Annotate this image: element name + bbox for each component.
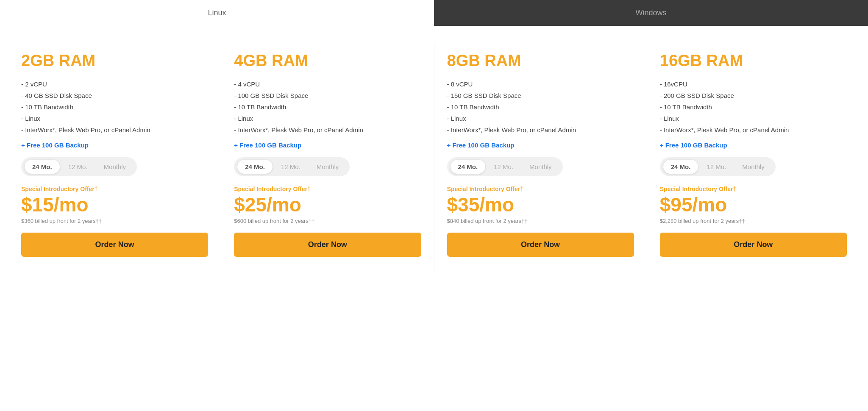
plan-2gb-price: $15/mo	[21, 193, 208, 216]
plan-16gb-backup: + Free 100 GB Backup	[660, 142, 847, 149]
plan-4gb: 4GB RAM- 4 vCPU- 100 GB SSD Disk Space- …	[221, 43, 434, 269]
plan-2gb-order-button[interactable]: Order Now	[21, 233, 208, 257]
tab-windows[interactable]: Windows	[434, 0, 868, 26]
plan-2gb-title: 2GB RAM	[21, 52, 208, 70]
plan-16gb-toggle-option-2[interactable]: Monthly	[734, 160, 772, 174]
plan-2gb-billed-note: $360 billed up front for 2 years††	[21, 218, 208, 224]
tab-linux-label: Linux	[208, 8, 226, 17]
plan-16gb-price: $95/mo	[660, 193, 847, 216]
plan-4gb-title: 4GB RAM	[234, 52, 421, 70]
plan-4gb-price: $25/mo	[234, 193, 421, 216]
plan-16gb-features: - 16vCPU- 200 GB SSD Disk Space- 10 TB B…	[660, 78, 847, 136]
plan-8gb-toggle-option-2[interactable]: Monthly	[522, 160, 559, 174]
plan-4gb-features: - 4 vCPU- 100 GB SSD Disk Space- 10 TB B…	[234, 78, 421, 136]
plan-16gb-intro-label: Special Introductory Offer†	[660, 186, 847, 192]
plan-8gb-price: $35/mo	[447, 193, 634, 216]
plan-8gb-billed-note: $840 billed up front for 2 years††	[447, 218, 634, 224]
plan-16gb-billing-toggle: 24 Mo.12 Mo.Monthly	[660, 157, 776, 176]
plan-8gb-toggle-option-1[interactable]: 12 Mo.	[486, 160, 521, 174]
plan-2gb-billing-toggle: 24 Mo.12 Mo.Monthly	[21, 157, 137, 176]
plan-4gb-toggle-option-2[interactable]: Monthly	[309, 160, 347, 174]
plan-8gb-toggle-option-0[interactable]: 24 Mo.	[451, 160, 486, 174]
plan-2gb: 2GB RAM- 2 vCPU- 40 GB SSD Disk Space- 1…	[8, 43, 221, 269]
plan-16gb-toggle-option-1[interactable]: 12 Mo.	[699, 160, 734, 174]
plan-4gb-toggle-option-0[interactable]: 24 Mo.	[237, 160, 273, 174]
plan-16gb-toggle-option-0[interactable]: 24 Mo.	[663, 160, 698, 174]
plan-2gb-toggle-option-1[interactable]: 12 Mo.	[61, 160, 95, 174]
plan-4gb-order-button[interactable]: Order Now	[234, 233, 421, 257]
plan-16gb-title: 16GB RAM	[660, 52, 847, 70]
plan-4gb-backup: + Free 100 GB Backup	[234, 142, 421, 149]
plan-4gb-billed-note: $600 billed up front for 2 years††	[234, 218, 421, 224]
plan-4gb-intro-label: Special Introductory Offer†	[234, 186, 421, 192]
plan-8gb-order-button[interactable]: Order Now	[447, 233, 634, 257]
plan-8gb-intro-label: Special Introductory Offer†	[447, 186, 634, 192]
plan-8gb-title: 8GB RAM	[447, 52, 634, 70]
plan-16gb-billed-note: $2,280 billed up front for 2 years††	[660, 218, 847, 224]
plan-2gb-toggle-option-0[interactable]: 24 Mo.	[25, 160, 60, 174]
plans-container: 2GB RAM- 2 vCPU- 40 GB SSD Disk Space- 1…	[0, 26, 868, 282]
plan-16gb-order-button[interactable]: Order Now	[660, 233, 847, 257]
tab-windows-label: Windows	[635, 8, 666, 17]
plan-8gb: 8GB RAM- 8 vCPU- 150 GB SSD Disk Space- …	[434, 43, 647, 269]
plan-8gb-features: - 8 vCPU- 150 GB SSD Disk Space- 10 TB B…	[447, 78, 634, 136]
plan-2gb-toggle-option-2[interactable]: Monthly	[96, 160, 134, 174]
plan-2gb-features: - 2 vCPU- 40 GB SSD Disk Space- 10 TB Ba…	[21, 78, 208, 136]
plan-4gb-toggle-option-1[interactable]: 12 Mo.	[273, 160, 308, 174]
plan-8gb-backup: + Free 100 GB Backup	[447, 142, 634, 149]
plan-4gb-billing-toggle: 24 Mo.12 Mo.Monthly	[234, 157, 350, 176]
plan-8gb-billing-toggle: 24 Mo.12 Mo.Monthly	[447, 157, 563, 176]
tab-linux[interactable]: Linux	[0, 0, 434, 26]
plan-16gb: 16GB RAM- 16vCPU- 200 GB SSD Disk Space-…	[647, 43, 860, 269]
plan-2gb-intro-label: Special Introductory Offer†	[21, 186, 208, 192]
os-tabs: Linux Windows	[0, 0, 868, 26]
plan-2gb-backup: + Free 100 GB Backup	[21, 142, 208, 149]
